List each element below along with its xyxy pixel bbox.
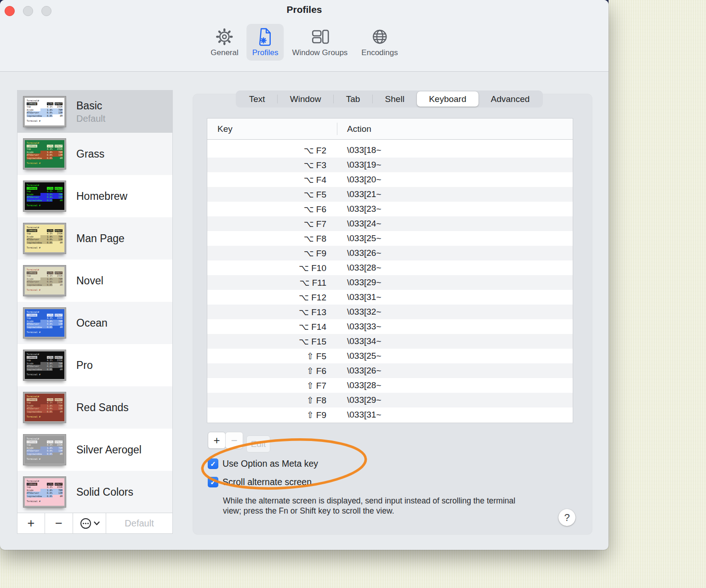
tab-text[interactable]: Text [237,91,277,107]
column-header-key[interactable]: Key [207,124,233,134]
key-cell: ⌥ F6 [207,204,337,215]
profile-row[interactable]: Terminal# COMMAND%CPURPRVT top4.1%231K X… [17,429,172,471]
profile-text: Homebrew [76,190,127,203]
action-cell: \033[26~ [347,366,381,376]
key-cell: ⇧ F7 [207,380,337,391]
table-row[interactable]: ⌥ F6 \033[23~ [207,202,573,216]
thumb-process-row: loginwindow0.0%4M [27,199,63,202]
key-cell: ⇧ F8 [207,395,337,406]
edit-key-button[interactable]: Edit [246,435,270,452]
table-row[interactable]: ⌥ F2 \033[18~ [207,143,573,158]
thumb-prompt-line: Terminal # [27,458,63,461]
tab-keyboard[interactable]: Keyboard [417,91,479,107]
toolbar-item-profiles[interactable]: Profiles [247,24,284,61]
thumb-prompt-line: Terminal # [27,119,63,123]
action-cell: \033[33~ [347,322,381,332]
table-row[interactable]: ⌥ F9 \033[26~ [207,246,573,260]
action-cell: \033[29~ [347,395,381,405]
profile-row[interactable]: Terminal# COMMAND%CPURPRVT top4.1%231K X… [17,344,172,386]
scroll-alternate-checkbox[interactable]: ✓ [208,477,218,487]
profile-thumbnail: Terminal# COMMAND%CPURPRVT top4.1%231K X… [23,223,66,254]
set-default-button[interactable]: Default [106,513,172,533]
table-row[interactable]: ⌥ F10 \033[28~ [207,260,573,275]
table-row[interactable]: ⌥ F15 \033[34~ [207,334,573,349]
action-cell: \033[23~ [347,204,381,214]
profile-name: Solid Colors [76,486,133,498]
toolbar-label: Profiles [252,48,279,57]
table-row[interactable]: ⌥ F13 \033[32~ [207,305,573,319]
toolbar-item-window-groups[interactable]: Window Groups [286,24,353,61]
profile-row[interactable]: Terminal# COMMAND%CPURPRVT top4.1%231K X… [17,471,172,513]
table-row[interactable]: ⌥ F7 \033[24~ [207,216,573,231]
table-row[interactable]: ⌥ F5 \033[21~ [207,187,573,202]
action-cell: \033[34~ [347,336,381,346]
terminal-preview: Terminal# COMMAND%CPURPRVT top4.1%231K X… [23,139,66,169]
scroll-alternate-checkbox-row: ✓ Scroll alternate screen [208,477,312,487]
table-row[interactable]: ⌥ F4 \033[20~ [207,172,573,187]
key-cell: ⌥ F11 [207,277,337,288]
profile-text: Silver Aerogel [76,444,142,456]
profile-row[interactable]: Terminal# COMMAND%CPURPRVT top4.1%231K X… [17,217,172,260]
terminal-preview: Terminal# COMMAND%CPURPRVT top4.1%231K X… [23,392,66,423]
table-row[interactable]: ⇧ F6 \033[26~ [207,363,573,378]
title-bar[interactable]: Profiles General [0,0,609,72]
help-button[interactable]: ? [558,509,575,526]
action-cell: \033[28~ [347,263,381,273]
add-profile-button[interactable]: + [17,513,45,533]
profile-row[interactable]: Terminal# COMMAND%CPURPRVT top4.1%231K X… [17,90,172,133]
column-header-action[interactable]: Action [347,124,371,134]
add-key-button[interactable]: + [208,432,226,449]
table-row[interactable]: ⌥ F11 \033[29~ [207,275,573,290]
tab-shell[interactable]: Shell [373,91,417,107]
thumb-process-row: loginwindow0.0%4M [27,495,63,498]
toolbar-item-encodings[interactable]: Encodings [356,24,403,61]
profile-name: Pro [76,359,93,372]
table-row[interactable]: ⇧ F8 \033[29~ [207,393,573,407]
table-row[interactable]: ⇧ F5 \033[25~ [207,349,573,363]
key-cell: ⌥ F9 [207,248,337,259]
profile-text: Basic Default [76,100,105,124]
key-cell: ⌥ F14 [207,322,337,332]
thumb-prompt-line: Terminal # [27,204,63,207]
profile-row[interactable]: Terminal# COMMAND%CPURPRVT top4.1%231K X… [17,175,172,217]
action-cell: \033[28~ [347,380,381,390]
profile-thumbnail: Terminal# COMMAND%CPURPRVT top4.1%231K X… [23,139,66,169]
profile-text: Red Sands [76,401,129,414]
table-row[interactable]: ⌥ F12 \033[31~ [207,290,573,305]
profile-name: Homebrew [76,190,127,203]
toolbar-item-general[interactable]: General [205,24,244,61]
action-cell: \033[31~ [347,292,381,302]
thumb-process-row: loginwindow0.0%4M [27,326,63,329]
more-options-button[interactable] [73,513,106,533]
option-meta-checkbox[interactable]: ✓ [208,458,218,469]
column-divider[interactable] [337,123,337,135]
profile-text: Man Page [76,232,125,245]
checkbox-label: Scroll alternate screen [222,477,312,487]
action-cell: \033[18~ [347,145,381,155]
table-row[interactable]: ⌥ F8 \033[25~ [207,231,573,246]
table-row[interactable]: ⇧ F7 \033[28~ [207,378,573,393]
ellipsis-circle-icon [80,517,92,530]
remove-profile-button[interactable]: − [45,513,73,533]
preferences-toolbar: General [205,24,404,61]
profile-row[interactable]: Terminal# COMMAND%CPURPRVT top4.1%231K X… [17,302,172,344]
profile-row[interactable]: Terminal# COMMAND%CPURPRVT top4.1%231K X… [17,133,172,175]
table-row[interactable]: ⇧ F9 \033[31~ [207,407,573,422]
tab-window[interactable]: Window [278,91,333,107]
table-header[interactable]: Key Action [207,119,573,140]
option-meta-checkbox-row: ✓ Use Option as Meta key [208,458,318,469]
profile-row[interactable]: Terminal# COMMAND%CPURPRVT top4.1%231K X… [17,260,172,302]
profile-text: Novel [76,275,103,287]
remove-key-button[interactable]: − [225,432,243,449]
terminal-preview: Terminal# COMMAND%CPURPRVT top4.1%231K X… [23,477,66,507]
table-row[interactable]: ⌥ F14 \033[33~ [207,319,573,334]
tab-advanced[interactable]: Advanced [478,91,542,107]
checkbox-label: Use Option as Meta key [222,458,318,469]
profile-name: Red Sands [76,401,129,414]
profile-row[interactable]: Terminal# COMMAND%CPURPRVT top4.1%231K X… [17,386,172,429]
thumb-prompt-line: Terminal # [27,373,63,376]
table-row[interactable]: ⌥ F3 \033[19~ [207,158,573,172]
tab-tab[interactable]: Tab [334,91,372,107]
terminal-preview: Terminal# COMMAND%CPURPRVT top4.1%231K X… [23,223,66,254]
thumb-process-row: loginwindow0.0%4M [27,368,63,371]
